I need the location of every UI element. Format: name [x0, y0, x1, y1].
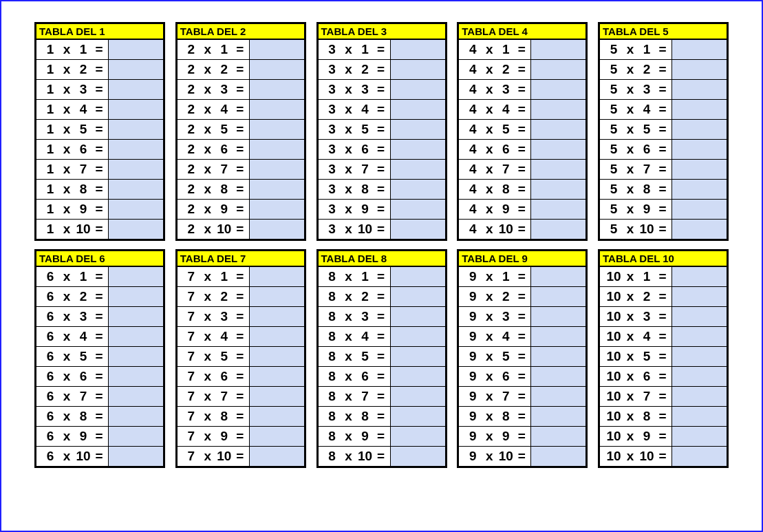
answer-blank[interactable] [249, 447, 304, 466]
answer-blank[interactable] [390, 120, 445, 139]
answer-blank[interactable] [390, 80, 445, 99]
answer-blank[interactable] [249, 287, 304, 306]
answer-blank[interactable] [108, 427, 163, 446]
answer-blank[interactable] [671, 120, 727, 139]
answer-blank[interactable] [530, 200, 585, 219]
answer-blank[interactable] [671, 60, 727, 79]
answer-blank[interactable] [108, 200, 163, 219]
answer-blank[interactable] [390, 307, 445, 326]
answer-blank[interactable] [249, 387, 304, 406]
answer-blank[interactable] [108, 160, 163, 179]
answer-blank[interactable] [530, 180, 585, 199]
answer-blank[interactable] [671, 307, 727, 326]
answer-blank[interactable] [390, 180, 445, 199]
answer-blank[interactable] [108, 40, 163, 59]
answer-blank[interactable] [108, 327, 163, 346]
answer-blank[interactable] [671, 100, 727, 119]
answer-blank[interactable] [108, 60, 163, 79]
answer-blank[interactable] [108, 80, 163, 99]
answer-blank[interactable] [671, 220, 727, 239]
answer-blank[interactable] [390, 447, 445, 466]
answer-blank[interactable] [530, 307, 585, 326]
answer-blank[interactable] [249, 180, 304, 199]
answer-blank[interactable] [530, 60, 585, 79]
answer-blank[interactable] [249, 367, 304, 386]
answer-blank[interactable] [530, 447, 585, 466]
answer-blank[interactable] [530, 120, 585, 139]
answer-blank[interactable] [249, 407, 304, 426]
answer-blank[interactable] [671, 200, 727, 219]
answer-blank[interactable] [108, 267, 163, 286]
answer-blank[interactable] [108, 307, 163, 326]
answer-blank[interactable] [390, 267, 445, 286]
answer-blank[interactable] [390, 407, 445, 426]
answer-blank[interactable] [249, 200, 304, 219]
answer-blank[interactable] [390, 367, 445, 386]
answer-blank[interactable] [530, 160, 585, 179]
answer-blank[interactable] [530, 427, 585, 446]
answer-blank[interactable] [108, 220, 163, 239]
answer-blank[interactable] [530, 100, 585, 119]
answer-blank[interactable] [671, 160, 727, 179]
answer-blank[interactable] [249, 140, 304, 159]
answer-blank[interactable] [530, 327, 585, 346]
answer-blank[interactable] [671, 427, 727, 446]
answer-blank[interactable] [530, 407, 585, 426]
answer-blank[interactable] [108, 407, 163, 426]
answer-blank[interactable] [671, 287, 727, 306]
answer-blank[interactable] [249, 347, 304, 366]
answer-blank[interactable] [671, 347, 727, 366]
answer-blank[interactable] [390, 220, 445, 239]
answer-blank[interactable] [390, 287, 445, 306]
answer-blank[interactable] [108, 180, 163, 199]
answer-blank[interactable] [530, 387, 585, 406]
answer-blank[interactable] [249, 60, 304, 79]
answer-blank[interactable] [390, 100, 445, 119]
answer-blank[interactable] [671, 180, 727, 199]
answer-blank[interactable] [671, 407, 727, 426]
answer-blank[interactable] [671, 40, 727, 59]
answer-blank[interactable] [530, 220, 585, 239]
answer-blank[interactable] [530, 347, 585, 366]
answer-blank[interactable] [671, 267, 727, 286]
answer-blank[interactable] [530, 287, 585, 306]
answer-blank[interactable] [671, 140, 727, 159]
answer-blank[interactable] [249, 80, 304, 99]
answer-blank[interactable] [530, 367, 585, 386]
answer-blank[interactable] [249, 267, 304, 286]
answer-blank[interactable] [108, 367, 163, 386]
answer-blank[interactable] [108, 100, 163, 119]
answer-blank[interactable] [108, 447, 163, 466]
answer-blank[interactable] [108, 287, 163, 306]
answer-blank[interactable] [671, 367, 727, 386]
answer-blank[interactable] [390, 327, 445, 346]
answer-blank[interactable] [671, 327, 727, 346]
answer-blank[interactable] [390, 347, 445, 366]
answer-blank[interactable] [249, 327, 304, 346]
answer-blank[interactable] [108, 347, 163, 366]
answer-blank[interactable] [390, 387, 445, 406]
answer-blank[interactable] [390, 427, 445, 446]
answer-blank[interactable] [671, 447, 727, 466]
answer-blank[interactable] [671, 387, 727, 406]
answer-blank[interactable] [671, 80, 727, 99]
answer-blank[interactable] [249, 220, 304, 239]
answer-blank[interactable] [390, 140, 445, 159]
answer-blank[interactable] [390, 200, 445, 219]
answer-blank[interactable] [108, 140, 163, 159]
answer-blank[interactable] [390, 40, 445, 59]
answer-blank[interactable] [530, 267, 585, 286]
answer-blank[interactable] [249, 40, 304, 59]
answer-blank[interactable] [530, 40, 585, 59]
answer-blank[interactable] [390, 160, 445, 179]
answer-blank[interactable] [249, 100, 304, 119]
answer-blank[interactable] [530, 140, 585, 159]
answer-blank[interactable] [249, 307, 304, 326]
answer-blank[interactable] [249, 160, 304, 179]
answer-blank[interactable] [108, 120, 163, 139]
answer-blank[interactable] [249, 427, 304, 446]
answer-blank[interactable] [108, 387, 163, 406]
answer-blank[interactable] [530, 80, 585, 99]
answer-blank[interactable] [249, 120, 304, 139]
answer-blank[interactable] [390, 60, 445, 79]
